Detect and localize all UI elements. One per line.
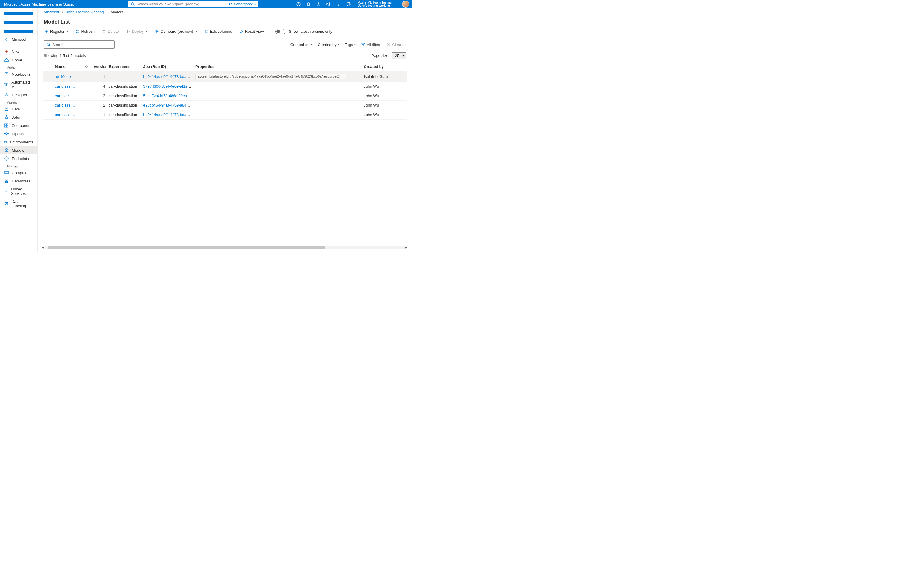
table-row[interactable]: car-classi…4car-classification37974300-3… [43,82,407,91]
reset-view-button[interactable]: Reset view [236,28,267,35]
deploy-button[interactable]: Deploy▾ [123,28,150,35]
model-name-link[interactable]: car-classi… [55,112,75,117]
col-experiment[interactable]: Experiment [107,62,141,72]
sidebar-home[interactable]: Home [0,56,38,64]
hamburger-icon[interactable] [0,10,38,35]
cell-properties [194,110,362,120]
breadcrumb-current: Models [111,10,123,14]
model-name-link[interactable]: car-classi… [55,103,75,108]
chevron-down-icon: ▾ [67,30,68,33]
breadcrumb-link[interactable]: Microsoft [44,10,59,14]
breadcrumb-link[interactable]: John's testing working [66,10,104,14]
svg-point-5 [347,2,350,6]
table-row[interactable]: car-classi…3car-classification5ecef3c4-b… [43,91,407,100]
sidebar-designer[interactable]: Designer [0,91,38,99]
scroll-track[interactable] [45,246,405,249]
col-name[interactable]: Name [53,62,83,72]
more-icon[interactable]: ⋯ [348,74,353,78]
sidebar-notebooks[interactable]: Notebooks [0,70,38,78]
table-search[interactable] [44,40,114,49]
refresh-button[interactable]: Refresh [72,28,98,35]
filter-created-by[interactable]: Created by▾ [318,42,339,47]
smile-icon[interactable] [346,2,351,6]
model-name-link[interactable]: amiModel [55,74,72,79]
tenant-switcher[interactable]: Azure ML Team Testing John's testing wor… [356,1,397,7]
job-link[interactable]: 5ecef3c4-bf78-486c-89cb-d78d… [143,94,194,98]
sidebar-linked-services[interactable]: Linked Services [0,185,38,198]
col-created-by[interactable]: Created by [362,62,407,72]
global-search-input[interactable] [136,2,228,6]
sidebar-section-author: Author [0,64,38,70]
svg-point-37 [5,179,8,180]
model-name-link[interactable]: car-classi… [55,84,75,88]
components-icon [4,123,9,128]
scroll-right-icon[interactable]: ▶ [405,246,408,249]
help-icon[interactable] [336,2,341,6]
svg-point-0 [131,3,134,5]
col-job[interactable]: Job (Run ID) [141,62,194,72]
sidebar-automated-ml[interactable]: Automated ML [0,78,38,91]
table-search-input[interactable] [52,42,112,47]
sidebar-data[interactable]: Data [0,105,38,113]
sidebar-pipelines[interactable]: Pipelines [0,130,38,138]
sidebar-datastores[interactable]: Datastores [0,177,38,185]
sidebar-jobs[interactable]: Jobs [0,113,38,121]
gear-icon[interactable] [316,2,321,6]
edit-columns-button[interactable]: Edit columns [201,28,235,35]
svg-point-45 [47,43,50,46]
col-favorite[interactable]: ☆ [83,62,92,72]
show-latest-toggle[interactable] [275,29,285,34]
col-version[interactable]: Version [92,62,107,72]
chevron-down-icon: ▾ [311,43,312,46]
job-link[interactable]: e98cb464-94af-4759-a842-838… [143,103,194,108]
job-link[interactable]: 37974300-3cef-4e09-af1a-fced… [143,84,194,88]
sidebar-compute[interactable]: Compute [0,169,38,177]
horizontal-scrollbar[interactable]: ◀ ▶ [42,246,408,249]
job-link[interactable]: ba0414ac-d9f1-4478-bda8-4d7… [143,112,194,117]
register-button[interactable]: Register▾ [41,28,71,35]
table-row[interactable]: amiModel1ba0414ac-d9f1-4478-bda8-4d7…azu… [43,72,407,82]
svg-point-18 [6,85,7,86]
page-size-select[interactable]: 25 [392,52,406,59]
scroll-left-icon[interactable]: ◀ [42,246,45,249]
filter-created-on[interactable]: Created on▾ [291,42,312,47]
sidebar-back[interactable]: Microsoft [0,35,38,43]
sidebar-models[interactable]: Models [0,146,38,154]
model-name-link[interactable]: car-classi… [55,94,75,98]
sidebar-components[interactable]: Components [0,121,38,130]
filter-tags[interactable]: Tags▾ [345,42,356,47]
cell-created-by: John Wu [362,110,407,120]
sidebar-data-labeling[interactable]: Data Labeling [0,198,38,210]
table-row[interactable]: car-classi…1car-classificationba0414ac-d… [43,110,407,120]
tenant-name: Azure ML Team Testing [358,1,392,4]
model-table: Name ☆ Version Experiment Job (Run ID) P… [43,62,407,120]
search-icon [131,2,135,6]
sidebar-endpoints[interactable]: Endpoints [0,154,38,163]
plus-icon [4,49,9,54]
search-scope-dropdown[interactable]: This workspace▾ [228,2,256,6]
job-link[interactable]: ba0414ac-d9f1-4478-bda8-4d7… [143,74,194,79]
delete-button[interactable]: Delete [99,28,122,35]
clear-all-button[interactable]: Clear all [386,42,406,47]
chevron-right-icon: › [107,10,108,13]
svg-rect-26 [7,126,8,127]
svg-point-22 [5,107,8,108]
bell-icon[interactable] [306,2,311,6]
col-properties[interactable]: Properties [194,62,362,72]
chevron-down-icon: ▾ [196,30,197,33]
cell-version: 1 [92,72,107,82]
avatar[interactable] [402,1,409,7]
megaphone-icon[interactable] [326,2,331,6]
model-icon [4,148,9,153]
cell-version: 4 [92,82,107,91]
sidebar-environments[interactable]: Environments [0,138,38,146]
scroll-thumb[interactable] [48,246,326,249]
clock-icon[interactable] [296,2,301,6]
play-icon [126,30,130,34]
cell-version: 1 [92,110,107,120]
compare-button[interactable]: Compare (preview)▾ [152,28,200,35]
table-row[interactable]: car-classi…2car-classificatione98cb464-9… [43,100,407,110]
all-filters-button[interactable]: All filters [361,42,381,47]
global-search[interactable]: This workspace▾ [128,1,258,7]
sidebar-new[interactable]: New [0,48,38,56]
